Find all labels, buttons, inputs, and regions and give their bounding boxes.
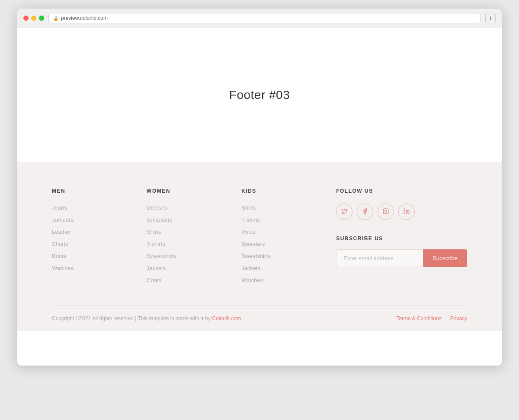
kids-link-sweaters[interactable]: Sweaters (241, 241, 265, 247)
colorlib-link[interactable]: Colorlib.com (212, 315, 241, 321)
men-link-watches[interactable]: Watches (52, 265, 74, 271)
kids-links: Shirts T-shirts Polos Sweaters Sweatshir… (241, 204, 336, 284)
terms-link[interactable]: Terms & Conditions (397, 315, 442, 321)
linkedin-icon-button[interactable] (398, 204, 415, 220)
new-tab-button[interactable]: + (485, 13, 496, 23)
women-links: Dresses Jumpsuits Shirts T-shirts Swears… (147, 204, 241, 284)
list-item: Boots (52, 252, 147, 260)
footer-col-women: WOMEN Dresses Jumpsuits Shirts T-shirts … (147, 188, 241, 284)
list-item: Shirts (241, 204, 336, 211)
footer-col-kids: KIDS Shirts T-shirts Polos Sweaters Swea… (241, 188, 336, 284)
men-link-leather[interactable]: Leather (52, 229, 71, 235)
list-item: Sweaters (241, 240, 336, 248)
men-heading: MEN (52, 188, 147, 194)
facebook-icon-button[interactable] (357, 204, 373, 220)
list-item: Jackets (147, 264, 241, 272)
url-text: preview.colorlib.com (61, 15, 108, 21)
list-item: Jeans (52, 204, 147, 211)
linkedin-icon (404, 208, 410, 216)
social-icons (336, 204, 467, 220)
women-link-tshirts[interactable]: T-shirts (147, 241, 165, 247)
kids-link-jackets[interactable]: Jackets (241, 265, 260, 271)
footer-section: MEN Jeans Jumpers Leather Shorts Boots W… (17, 162, 502, 331)
women-link-shirts[interactable]: Shirts (147, 229, 161, 235)
browser-chrome: 🔒 preview.colorlib.com + (17, 9, 502, 28)
svg-rect-0 (383, 209, 388, 214)
kids-link-watches[interactable]: Watches (241, 277, 263, 283)
follow-heading: FOLLOW US (336, 188, 467, 194)
footer-col-men: MEN Jeans Jumpers Leather Shorts Boots W… (52, 188, 147, 284)
footer-bottom: Copyright ©2021 All rights reserved | Th… (52, 305, 467, 331)
svg-rect-2 (404, 210, 405, 213)
list-item: T-shirts (241, 216, 336, 223)
women-heading: WOMEN (147, 188, 241, 194)
minimize-button[interactable] (31, 16, 36, 21)
kids-heading: KIDS (241, 188, 336, 194)
kids-link-polos[interactable]: Polos (241, 229, 256, 235)
list-item: T-shirts (147, 240, 241, 248)
traffic-lights (23, 16, 44, 21)
men-link-jeans[interactable]: Jeans (52, 204, 67, 211)
footer-bottom-links: Terms & Conditions Privacy (397, 315, 467, 321)
list-item: Swearshirts (147, 252, 241, 260)
maximize-button[interactable] (39, 16, 44, 21)
women-link-coats[interactable]: Coats (147, 277, 161, 283)
footer-col-follow: FOLLOW US (336, 188, 467, 284)
list-item: Sweatshirts (241, 252, 336, 260)
subscribe-form: Subscribe (336, 249, 467, 267)
men-links: Jeans Jumpers Leather Shorts Boots Watch… (52, 204, 147, 272)
women-link-swearshirts[interactable]: Swearshirts (147, 253, 176, 259)
list-item: Polos (241, 228, 336, 235)
list-item: Shirts (147, 228, 241, 235)
list-item: Coats (147, 276, 241, 284)
women-link-jumpsuits[interactable]: Jumpsuits (147, 216, 172, 223)
email-input[interactable] (336, 249, 423, 267)
privacy-link[interactable]: Privacy (450, 315, 467, 321)
kids-link-shirts[interactable]: Shirts (241, 204, 256, 211)
list-item: Jumpers (52, 216, 147, 223)
list-item: Dresses (147, 204, 241, 211)
instagram-icon-button[interactable] (378, 204, 394, 220)
women-link-jackets[interactable]: Jackets (147, 265, 166, 271)
footer-columns: MEN Jeans Jumpers Leather Shorts Boots W… (52, 188, 467, 284)
subscribe-button[interactable]: Subscribe (423, 249, 467, 267)
men-link-shorts[interactable]: Shorts (52, 241, 68, 247)
list-item: Watches (241, 276, 336, 284)
twitter-icon-button[interactable] (336, 204, 352, 220)
page-content: Footer #03 MEN Jeans Jumpers Leather Sho… (17, 28, 502, 366)
list-item: Leather (52, 228, 147, 235)
list-item: Jumpsuits (147, 216, 241, 223)
hero-area: Footer #03 (17, 28, 502, 162)
bottom-area (17, 331, 502, 366)
women-link-dresses[interactable]: Dresses (147, 204, 167, 211)
instagram-icon (383, 208, 389, 216)
twitter-icon (341, 208, 347, 216)
svg-point-3 (404, 209, 405, 210)
address-bar[interactable]: 🔒 preview.colorlib.com (48, 13, 481, 23)
subscribe-heading: SUBSCRIBE US (336, 235, 467, 242)
close-button[interactable] (23, 16, 29, 21)
copyright-text: Copyright ©2021 All rights reserved | Th… (52, 315, 241, 321)
list-item: Shorts (52, 240, 147, 248)
list-item: Jackets (241, 264, 336, 272)
kids-link-tshirts[interactable]: T-shirts (241, 216, 260, 223)
hero-title: Footer #03 (229, 88, 290, 102)
kids-link-sweatshirts[interactable]: Sweatshirts (241, 253, 270, 259)
lock-icon: 🔒 (53, 16, 58, 21)
men-link-jumpers[interactable]: Jumpers (52, 216, 74, 223)
list-item: Watches (52, 264, 147, 272)
men-link-boots[interactable]: Boots (52, 253, 66, 259)
browser-window: 🔒 preview.colorlib.com + Footer #03 MEN … (17, 9, 502, 366)
facebook-icon (362, 208, 368, 216)
